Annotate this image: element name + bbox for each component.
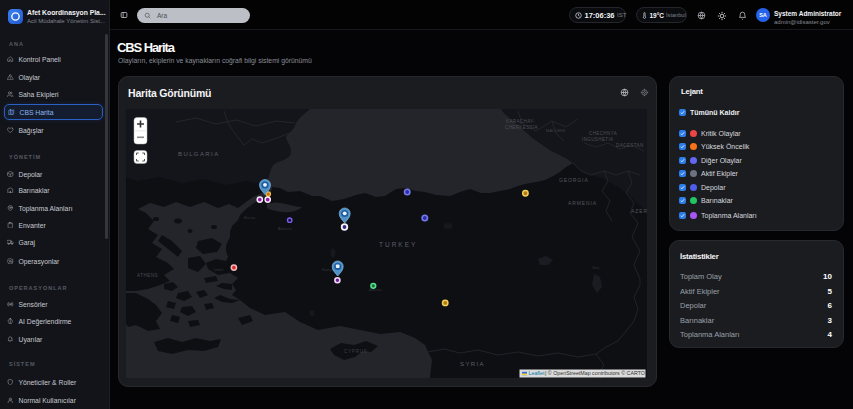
svg-text:Van: Van [592, 265, 599, 270]
svg-text:ARMENIA: ARMENIA [568, 200, 597, 206]
svg-text:Leaflet: Leaflet [529, 370, 545, 376]
svg-text:GEORGIA: GEORGIA [559, 177, 589, 183]
svg-text:Izmir: Izmir [214, 267, 224, 272]
svg-text:AZERBAIJ: AZERBAIJ [631, 208, 647, 214]
svg-text:NALCHIK: NALCHIK [546, 128, 565, 133]
svg-text:CYPRUS: CYPRUS [344, 349, 368, 354]
svg-text:KARACHAY-: KARACHAY- [506, 119, 535, 124]
svg-text:TURKEY: TURKEY [379, 241, 417, 248]
svg-text:CHERKESSIA: CHERKESSIA [505, 125, 538, 130]
svg-text:CHECHNYA: CHECHNYA [589, 131, 617, 136]
svg-text:| © OpenStreetMap contributors: | © OpenStreetMap contributors © CARTO [545, 370, 645, 376]
svg-text:Ankara: Ankara [278, 226, 292, 231]
svg-text:BULGARIA: BULGARIA [178, 151, 220, 157]
svg-text:INGUSHETIA: INGUSHETIA [582, 137, 614, 142]
svg-text:DAGESTAN: DAGESTAN [616, 143, 644, 148]
svg-text:SYRIA: SYRIA [460, 361, 485, 367]
svg-text:Bursa: Bursa [244, 215, 256, 220]
svg-text:ATHENS: ATHENS [137, 273, 158, 278]
